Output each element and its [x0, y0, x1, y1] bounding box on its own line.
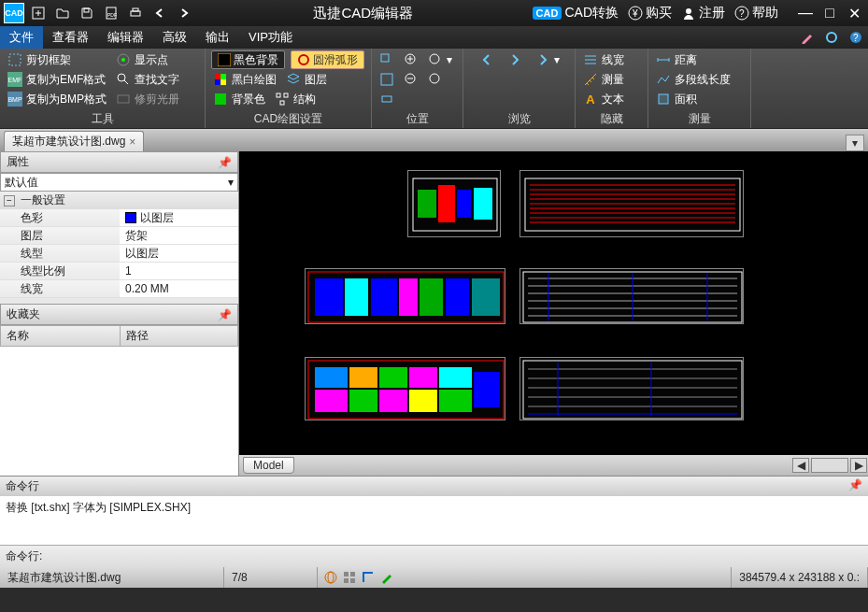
- cad-convert-link[interactable]: CADCAD转换: [533, 5, 619, 21]
- ribbon-group-position-label: 位置: [377, 110, 457, 128]
- nav-right-icon[interactable]: [505, 50, 524, 69]
- pin-icon[interactable]: 📌: [218, 308, 232, 321]
- status-pencil-icon[interactable]: [379, 570, 394, 585]
- help-icon[interactable]: ?: [847, 28, 865, 47]
- structure-button[interactable]: 结构: [273, 90, 318, 108]
- clip-frame-button[interactable]: 剪切框架: [6, 50, 108, 69]
- properties-section-general[interactable]: −一般设置: [0, 192, 238, 209]
- zoom-all-icon[interactable]: [426, 70, 445, 89]
- drawing-canvas[interactable]: [239, 151, 868, 455]
- bg-color-button[interactable]: 背景色: [211, 90, 267, 108]
- new-file-icon[interactable]: [28, 3, 49, 23]
- drawing-canvas-wrap: — ❐ ✕ Model ◀ ▶: [239, 151, 868, 476]
- show-point-button[interactable]: 显示点: [114, 50, 181, 69]
- ribbon-group-hide-label: 隐藏: [581, 110, 642, 128]
- print-icon[interactable]: [125, 3, 146, 23]
- svg-rect-59: [472, 278, 500, 316]
- trim-light-button[interactable]: 修剪光册: [114, 90, 181, 108]
- layer-button[interactable]: 图层: [284, 70, 329, 89]
- property-row[interactable]: 图层货架: [0, 227, 238, 245]
- pan-icon[interactable]: [377, 90, 396, 108]
- register-link[interactable]: 注册: [681, 5, 725, 21]
- status-globe-icon[interactable]: [323, 570, 338, 585]
- status-ortho-icon[interactable]: [361, 570, 376, 585]
- copy-bmp-button[interactable]: BMP复制为BMP格式: [6, 90, 108, 108]
- menu-tab-editor[interactable]: 编辑器: [98, 26, 153, 49]
- properties-panel-header: 属性 📌: [0, 151, 238, 173]
- svg-text:PDF: PDF: [107, 12, 117, 18]
- close-button[interactable]: ✕: [844, 3, 864, 23]
- line-width-button[interactable]: 线宽: [581, 50, 642, 69]
- document-tabs: 某超市建筑设计图.dwg × ▾: [0, 129, 868, 151]
- nav-left-icon[interactable]: [477, 50, 496, 69]
- color-swatch-icon: [125, 212, 136, 223]
- status-grid-icon[interactable]: [342, 570, 357, 585]
- zoom-out-icon[interactable]: [402, 70, 420, 89]
- svg-rect-1: [84, 8, 89, 12]
- menu-tab-advanced[interactable]: 高级: [153, 26, 196, 49]
- svg-point-8: [686, 8, 691, 14]
- scroll-left-icon[interactable]: ◀: [792, 458, 809, 473]
- buy-link[interactable]: ¥购买: [628, 5, 672, 21]
- menu-tab-output[interactable]: 输出: [196, 26, 239, 49]
- model-tab-strip: Model ◀ ▶: [239, 455, 868, 476]
- smooth-arc-button[interactable]: 圆滑弧形: [291, 50, 364, 69]
- nav-dropdown-icon[interactable]: ▾: [534, 50, 562, 69]
- svg-rect-77: [315, 390, 348, 412]
- distance-button[interactable]: 距离: [654, 50, 745, 69]
- hscroll-thumb[interactable]: [811, 458, 848, 473]
- default-value-combo[interactable]: 默认值▾: [0, 173, 238, 192]
- menu-tab-file[interactable]: 文件: [0, 26, 43, 49]
- property-row[interactable]: 线型比例1: [0, 263, 238, 280]
- black-bg-button[interactable]: 黑色背景: [211, 50, 285, 69]
- save-pdf-icon[interactable]: PDF: [101, 3, 121, 23]
- document-tab[interactable]: 某超市建筑设计图.dwg ×: [4, 131, 144, 151]
- menu-tab-viewer[interactable]: 查看器: [43, 26, 98, 49]
- property-row[interactable]: 线宽0.20 MM: [0, 280, 238, 298]
- close-tab-icon[interactable]: ×: [129, 135, 135, 149]
- svg-rect-4: [131, 11, 140, 16]
- minimize-button[interactable]: —: [795, 3, 816, 23]
- command-history: 替换 [txt.shx] 字体为 [SIMPLEX.SHX]: [0, 496, 868, 545]
- command-input[interactable]: 命令行:: [0, 545, 868, 567]
- copy-emf-button[interactable]: EMF复制为EMF格式: [6, 70, 108, 89]
- properties-panel: 属性 📌 默认值▾ −一般设置 色彩以图层 图层货架 线型以图层 线型比例1 线…: [0, 151, 239, 476]
- polyline-length-button[interactable]: 多段线长度: [654, 70, 745, 89]
- zoom-dropdown-icon[interactable]: ▾: [426, 50, 454, 69]
- favorites-panel-header: 收藏夹 📌: [0, 304, 238, 325]
- menu-tab-vip[interactable]: VIP功能: [239, 26, 302, 49]
- redo-icon[interactable]: [174, 3, 194, 23]
- zoom-in-icon[interactable]: [402, 50, 420, 69]
- property-row[interactable]: 线型以图层: [0, 245, 238, 263]
- measure-button[interactable]: 测量: [581, 70, 642, 89]
- pin-icon[interactable]: 📌: [218, 156, 232, 169]
- open-file-icon[interactable]: [52, 3, 73, 23]
- svg-text:?: ?: [739, 8, 745, 19]
- area-button[interactable]: 面积: [654, 90, 745, 108]
- tab-dropdown-icon[interactable]: ▾: [846, 135, 864, 151]
- app-logo-icon[interactable]: CAD: [4, 3, 24, 23]
- help-link[interactable]: ?帮助: [734, 5, 778, 21]
- scroll-right-icon[interactable]: ▶: [850, 458, 867, 473]
- zoom-window-icon[interactable]: [377, 50, 396, 69]
- zoom-extents-icon[interactable]: [377, 70, 396, 89]
- save-icon[interactable]: [77, 3, 97, 23]
- text-button[interactable]: A文本: [581, 90, 642, 108]
- svg-rect-19: [218, 53, 231, 66]
- svg-rect-5: [133, 8, 138, 11]
- find-text-button[interactable]: 查找文字: [114, 70, 181, 89]
- svg-point-20: [299, 55, 308, 64]
- pencil-icon[interactable]: [798, 28, 817, 47]
- refresh-icon[interactable]: [822, 28, 841, 47]
- ribbon-group-draw-label: CAD绘图设置: [211, 110, 365, 128]
- svg-rect-94: [350, 572, 355, 576]
- svg-rect-76: [474, 372, 500, 407]
- property-row[interactable]: 色彩以图层: [0, 209, 238, 227]
- svg-rect-42: [525, 178, 740, 231]
- status-page: 7/8: [224, 567, 318, 588]
- model-tab[interactable]: Model: [243, 457, 294, 474]
- maximize-button[interactable]: □: [819, 3, 840, 23]
- pin-icon[interactable]: 📌: [848, 478, 862, 494]
- undo-icon[interactable]: [149, 3, 170, 23]
- bw-draw-button[interactable]: 黑白绘图: [211, 70, 278, 89]
